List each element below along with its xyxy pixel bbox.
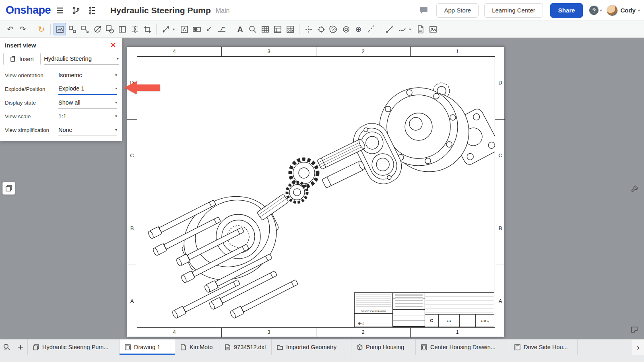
tab-imported-geometry[interactable]: Imported Geometry	[272, 339, 351, 355]
construction-tool[interactable]	[365, 23, 377, 35]
zone-label: 3	[263, 329, 275, 335]
insert-button[interactable]: Insert	[3, 53, 41, 65]
view-scale-value: 1:1	[58, 113, 114, 119]
update-views-button[interactable]: ↻	[35, 23, 47, 35]
hatch-icon	[329, 25, 338, 34]
sheets-panel-button[interactable]	[2, 182, 15, 195]
weld-symbol-tool[interactable]	[215, 23, 228, 35]
folder-icon	[277, 344, 283, 351]
tab-drive-side-housing[interactable]: Drive Side Hou...	[509, 339, 578, 355]
redo-button[interactable]: ↷	[17, 23, 29, 35]
comments-button[interactable]	[417, 4, 431, 17]
broken-out-section-tool[interactable]	[116, 23, 128, 35]
tab-kiri-moto[interactable]: Kiri:Moto	[175, 339, 219, 355]
zone-label: C	[497, 152, 504, 158]
bottom-tab-bar: + Hydraulic Steering Pum... Drawing 1 Ki…	[0, 339, 644, 362]
dimension-tool[interactable]: ▾	[159, 23, 172, 35]
view-orientation-row: View orientation Isometric ▾	[0, 68, 122, 82]
hole-table-tool[interactable]	[284, 23, 296, 35]
source-document-select[interactable]: Hydraulic Steering ▾	[44, 53, 119, 65]
broken-out-section-icon	[118, 25, 127, 34]
toolbar-divider	[231, 24, 231, 35]
export-dxf-button[interactable]	[414, 23, 427, 35]
main-menu-button[interactable]	[53, 4, 67, 17]
add-symbol-tool[interactable]: ⊕	[352, 23, 365, 35]
inspection-symbol-tool[interactable]	[246, 23, 259, 35]
help-menu-button[interactable]: ? ▾	[589, 6, 602, 15]
insert-icon	[10, 56, 17, 62]
crop-view-tool[interactable]	[141, 23, 153, 35]
zone-label: 4	[168, 48, 180, 54]
page-options-button[interactable]	[628, 323, 641, 336]
display-state-row: Display state Show all ▾	[0, 96, 122, 109]
zone-label: B	[497, 225, 504, 231]
new-tab-button[interactable]: +	[14, 339, 27, 355]
search-tabs-button[interactable]	[0, 339, 14, 355]
view-simplification-value: None	[58, 127, 114, 133]
explode-position-select[interactable]: Explode 1 ▾	[58, 83, 117, 95]
line-tool[interactable]	[383, 23, 396, 35]
bom-table-tool[interactable]	[271, 23, 284, 35]
section-view-tool[interactable]	[91, 23, 103, 35]
insert-button-label: Insert	[19, 56, 34, 62]
drawing-canvas[interactable]: 4 3 2 1 4 3 2 1 D C B A D C B A	[0, 38, 644, 339]
follow-mode-button[interactable]	[85, 4, 99, 17]
title-block: DO NOT SCALE DRAWING ⊕◁ C 1:1 1 of 1	[354, 292, 494, 327]
exploded-pump-view[interactable]	[137, 56, 495, 328]
detail-view-tool[interactable]	[103, 23, 116, 35]
share-button[interactable]: Share	[550, 3, 583, 18]
chat-icon	[419, 6, 428, 15]
tolerance-notes-lines	[356, 294, 391, 308]
insert-image-button[interactable]	[427, 23, 439, 35]
projected-view-tool[interactable]	[66, 23, 78, 35]
tab-hydraulic-steering-pump[interactable]: Hydraulic Steering Pum...	[28, 339, 120, 355]
view-scale-select[interactable]: 1:1 ▾	[58, 111, 117, 122]
tab-pump-housing[interactable]: Pump Housing	[351, 339, 416, 355]
drawing-sheet[interactable]: 4 3 2 1 4 3 2 1 D C B A D C B A	[127, 46, 504, 337]
versions-button[interactable]	[69, 4, 83, 17]
follow-mode-icon	[88, 6, 97, 15]
table-tool[interactable]	[259, 23, 271, 35]
surface-finish-icon: ✓	[206, 25, 213, 33]
hamburger-icon	[56, 6, 64, 15]
sheets-icon	[5, 184, 13, 192]
learning-center-button[interactable]: Learning Center	[484, 3, 543, 18]
display-state-select[interactable]: Show all ▾	[58, 97, 117, 109]
scroll-tabs-right-button[interactable]: ›	[632, 339, 644, 355]
view-orientation-select[interactable]: Isometric ▾	[58, 70, 117, 81]
zone-label: A	[129, 298, 135, 304]
insert-view-tool[interactable]	[54, 23, 66, 35]
tab-label: Imported Geometry	[286, 344, 336, 350]
text-tool[interactable]: A	[234, 23, 246, 35]
page-curl-icon	[630, 325, 638, 333]
gdt-tool[interactable]	[190, 23, 203, 35]
note-tool[interactable]	[178, 23, 190, 35]
title-block-info: C 1:1 1 of 1	[425, 293, 494, 327]
onshape-logo[interactable]: Onshape	[6, 4, 51, 16]
toolbar-divider	[299, 24, 299, 35]
search-icon	[3, 343, 11, 351]
field-label: View orientation	[5, 72, 58, 78]
redo-icon: ↷	[20, 25, 26, 33]
surface-finish-tool[interactable]: ✓	[203, 23, 215, 35]
spline-tool[interactable]: ▾	[396, 23, 408, 35]
tab-dxf-9734512[interactable]: 9734512.dxf	[219, 339, 272, 355]
tab-center-housing-drawing[interactable]: Center Housing Drawin...	[416, 339, 509, 355]
tab-drawing-1[interactable]: Drawing 1	[120, 339, 175, 355]
thread-indicator-tool[interactable]	[340, 23, 352, 35]
third-angle-projection-symbol: ⊕◁	[358, 321, 364, 325]
user-menu-button[interactable]: Cody ▾	[607, 5, 640, 16]
app-store-button[interactable]: App Store	[436, 3, 479, 18]
center-mark-tool[interactable]	[315, 23, 327, 35]
onshape-app: Onshape Hydraulic Steering Pump Main App…	[0, 0, 644, 362]
tools-button[interactable]	[628, 183, 641, 195]
centerline-tool[interactable]	[302, 23, 315, 35]
view-simplification-select[interactable]: None ▾	[58, 124, 117, 136]
close-icon[interactable]: ✕	[108, 40, 118, 50]
undo-button[interactable]: ↶	[4, 23, 17, 35]
auxiliary-view-tool[interactable]	[78, 23, 91, 35]
zone-label: 2	[357, 48, 369, 54]
break-view-tool[interactable]	[128, 23, 141, 35]
chevron-down-icon: ▾	[115, 86, 117, 90]
hatch-tool[interactable]	[327, 23, 340, 35]
